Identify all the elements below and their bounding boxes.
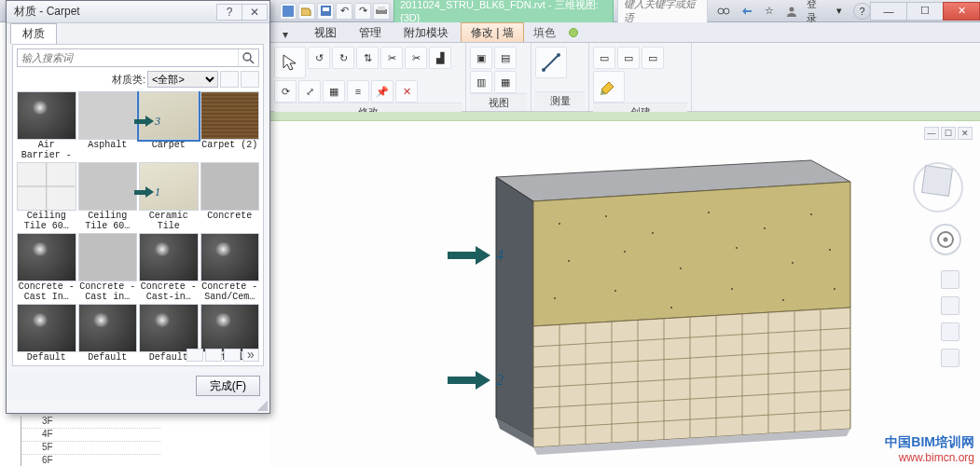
material-cell[interactable]: Concrete: [200, 162, 260, 231]
material-thumb: [139, 304, 199, 352]
filter-btn-2-icon[interactable]: [241, 71, 259, 88]
tab-manage[interactable]: 管理: [349, 22, 392, 42]
dialog-help-icon[interactable]: ?: [216, 4, 242, 21]
create2-icon[interactable]: ▭: [617, 47, 640, 69]
view-list-icon[interactable]: [186, 349, 203, 362]
search-icon[interactable]: [238, 49, 258, 66]
scale-icon[interactable]: ⤢: [298, 80, 321, 103]
measure-icon[interactable]: [535, 47, 567, 78]
cycle2-icon[interactable]: ↻: [332, 47, 354, 69]
svg-point-5: [718, 8, 724, 14]
watermark-url: www.bimcn.org: [885, 451, 974, 464]
favorite-icon[interactable]: ☆: [761, 3, 778, 20]
tab-modify-wall[interactable]: 修改 | 墙: [461, 22, 524, 42]
view-grid3-icon[interactable]: ▥: [470, 71, 492, 93]
material-label: Concrete - Sand/Cem…: [200, 281, 260, 302]
view-large-icon[interactable]: [224, 349, 241, 362]
user-icon[interactable]: [783, 3, 800, 20]
undo-button[interactable]: ↶: [336, 3, 352, 20]
cut-icon[interactable]: ✂: [405, 47, 427, 69]
save-button[interactable]: [317, 3, 334, 20]
cycle-icon[interactable]: ↺: [308, 47, 330, 69]
orbit-icon[interactable]: [941, 322, 959, 341]
svg-point-21: [810, 213, 812, 215]
viewport-3d[interactable]: — ☐ ✕: [270, 121, 980, 466]
mirror-icon[interactable]: ▟: [429, 47, 451, 69]
class-select[interactable]: <全部>: [147, 71, 218, 88]
tab-view[interactable]: 视图: [304, 22, 347, 42]
tab-fill[interactable]: 填色: [526, 23, 563, 42]
material-cell[interactable]: Asphalt: [78, 91, 138, 160]
login-label[interactable]: 登录: [807, 0, 825, 25]
create1-icon[interactable]: ▭: [593, 47, 615, 69]
trim-icon[interactable]: ✂: [380, 47, 403, 69]
offset-icon[interactable]: ⇅: [356, 47, 379, 69]
material-cell[interactable]: Air Barrier - Air In…: [17, 91, 76, 160]
expand-icon[interactable]: »: [242, 349, 259, 362]
material-cell[interactable]: 3Carpet: [139, 91, 199, 160]
material-cell[interactable]: Concrete - Cast in…: [78, 233, 138, 302]
help-icon[interactable]: ?: [853, 3, 871, 20]
floor-item[interactable]: 3F: [21, 416, 160, 429]
material-cell[interactable]: Carpet (2): [200, 91, 260, 160]
material-cell[interactable]: Ceiling Tile 60…: [78, 162, 138, 231]
open-button[interactable]: [298, 3, 315, 20]
material-cell[interactable]: Concrete - Cast-in…: [139, 233, 199, 302]
ribbon-group-measure: 测量: [531, 43, 589, 111]
select-tool-icon[interactable]: [274, 47, 306, 78]
filter-btn-1-icon[interactable]: [220, 71, 239, 88]
dialog-title-text: 材质 - Carpet: [14, 4, 80, 20]
material-thumb: [78, 162, 138, 211]
viewcube[interactable]: [913, 158, 963, 209]
material-thumb: [200, 91, 260, 140]
tab-addin[interactable]: 附加模块: [393, 22, 459, 42]
floor-item[interactable]: 4F: [21, 429, 160, 442]
svg-point-10: [557, 53, 560, 57]
help-dropdown[interactable]: ▾: [831, 3, 848, 20]
dialog-titlebar[interactable]: 材质 - Carpet ? ✕: [7, 1, 269, 23]
zoom-icon[interactable]: [941, 296, 959, 315]
view-grid4-icon[interactable]: ▦: [494, 71, 517, 93]
svg-point-23: [624, 251, 626, 253]
view-grid1-icon[interactable]: ▣: [470, 47, 492, 69]
view-max-icon[interactable]: ☐: [941, 127, 956, 140]
array-icon[interactable]: ▦: [323, 80, 345, 103]
redo-button[interactable]: ↷: [354, 3, 371, 20]
ribbon-group-modify: ↺ ↻ ⇅ ✂ ✂ ▟ ⟳ ⤢ ▦ ≡ 📌 ✕ 修改: [270, 43, 466, 111]
floor-item[interactable]: 5F: [21, 442, 160, 455]
minimize-button[interactable]: —: [870, 2, 907, 21]
pan-icon[interactable]: [941, 270, 959, 289]
material-cell[interactable]: Concrete - Sand/Cem…: [200, 233, 260, 302]
floor-item[interactable]: 6F: [21, 455, 160, 466]
tab-dropdown[interactable]: ▾: [276, 25, 302, 42]
material-cell[interactable]: Ceiling Tile 60…: [17, 162, 76, 231]
material-label: Ceiling Tile 60…: [17, 211, 76, 231]
material-search-input[interactable]: [18, 49, 238, 66]
materials-dialog: 材质 - Carpet ? ✕ 材质 材质类: <全部> Air Barrier…: [6, 0, 270, 414]
view-close-icon[interactable]: ✕: [958, 127, 973, 140]
dialog-close-icon[interactable]: ✕: [242, 4, 268, 21]
paint-icon[interactable]: [593, 71, 625, 103]
delete-icon[interactable]: ✕: [395, 80, 418, 103]
view-min-icon[interactable]: —: [924, 127, 939, 140]
close-button[interactable]: ✕: [943, 2, 980, 21]
subscription-icon[interactable]: [715, 3, 732, 20]
dialog-tab-material[interactable]: 材质: [10, 23, 57, 44]
section-icon[interactable]: [941, 349, 959, 367]
maximize-button[interactable]: ☐: [906, 2, 944, 21]
steering-wheel-icon[interactable]: [930, 224, 961, 255]
app-menu-button[interactable]: [280, 3, 297, 20]
print-button[interactable]: [373, 3, 390, 20]
create3-icon[interactable]: ▭: [642, 47, 664, 69]
finish-button[interactable]: 完成(F): [196, 376, 260, 396]
align-icon[interactable]: ≡: [347, 80, 369, 103]
rotate-icon[interactable]: ⟳: [274, 80, 297, 103]
exchange-icon[interactable]: [738, 3, 754, 20]
material-cell[interactable]: 1Ceramic Tile: [139, 162, 199, 231]
material-cell[interactable]: Concrete - Cast In…: [17, 233, 76, 302]
view-thumb-icon[interactable]: [205, 349, 222, 362]
view-grid2-icon[interactable]: ▤: [494, 47, 517, 69]
svg-point-28: [554, 297, 556, 299]
resize-grip-icon[interactable]: [256, 400, 268, 411]
pin-icon[interactable]: 📌: [371, 80, 393, 103]
